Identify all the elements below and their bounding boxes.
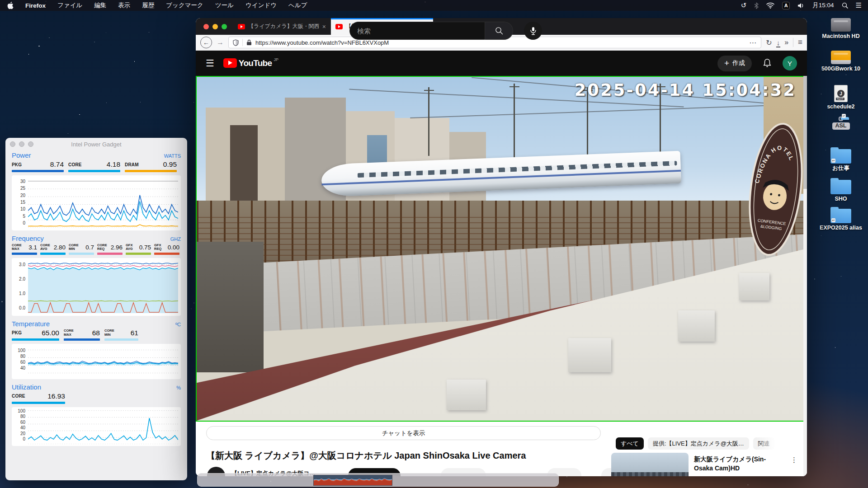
desktop-icon-label: schedule2 [827,103,854,111]
desktop-icon-macintosh-hd[interactable]: Macintosh HD [814,18,868,40]
frequency-chart: 3.02.01.00.0 [12,258,181,316]
desktop-icon-asl[interactable]: ↩ ASL [814,117,868,130]
temperature-section: Temperature ºC PKG65.00 COREMAX68 COREMI… [12,320,181,379]
search-button[interactable] [485,22,513,40]
live-camera-video[interactable]: CORONA HOTEL CONFERENCE &LODGING 2025-04… [196,76,807,422]
download-icon[interactable]: ↓ [777,39,780,47]
forward-button[interactable]: → [217,38,224,47]
stat-value: 0.95 [163,160,177,169]
youtube-country-badge: JP [274,57,278,62]
app-menu-icon[interactable]: ≡ [798,38,802,47]
underpass-shadow [197,242,264,372]
create-button[interactable]: + 作成 [717,56,752,71]
stat-underline [68,170,120,172]
recommendation-menu-icon[interactable]: ⋮ [791,456,797,464]
desktop-icon-schedule2[interactable]: J TEXT schedule2 [814,85,868,111]
show-chat-button[interactable]: チャットを表示 [206,426,601,440]
bluetooth-icon[interactable] [754,1,759,9]
search-input-box[interactable] [349,22,485,40]
menu-item-edit[interactable]: 編集 [94,1,106,9]
account-avatar[interactable]: Y [783,56,797,70]
menu-item-help[interactable]: ヘルプ [288,1,307,9]
desktop-icon-label: EXPO2025 alias [820,225,862,232]
overflow-menu-icon[interactable]: » [784,38,788,47]
wifi-icon[interactable] [766,1,774,9]
power-section: Power WATTS PKG8.74 CORE4.18 DRAM0.95 [12,151,181,230]
search-area [349,22,513,40]
stat-value: 0.75 [139,244,151,251]
lock-icon[interactable] [246,39,252,46]
volume-icon[interactable] [797,1,805,9]
stat-value: 2.80 [54,244,66,251]
back-button[interactable]: ← [200,37,212,48]
intel-power-gadget-window: Intel Power Gadget Power WATTS PKG8.74 C… [5,138,187,480]
plus-icon: + [724,58,729,68]
stat-underline [154,253,179,255]
page-scrollbar-thumb[interactable] [803,76,807,189]
recommendation-title[interactable]: 新大阪ライブカメラ(Sin-Osaka Cam)HD [694,455,783,473]
url-text[interactable]: https://www.youtube.com/watch?v=NFBL6XVX… [255,39,745,46]
rooftop-ac-unit [739,273,769,300]
section-title: Temperature [12,320,50,328]
control-center-icon[interactable]: ☰ [856,1,862,9]
show-chat-label: チャットを表示 [382,429,425,437]
stat-underline [125,170,177,172]
desktop-icon-sho[interactable]: SHO [814,180,868,203]
tab-close-icon[interactable]: × [322,23,326,30]
spotlight-search-icon[interactable] [842,1,848,9]
voice-search-button[interactable] [524,22,542,40]
minimized-window-chart[interactable] [313,475,392,486]
stat-underline [69,253,94,255]
reload-button[interactable]: ↻ [766,38,772,47]
chips-fade [756,437,783,450]
notifications-bell-icon[interactable] [763,58,772,68]
section-unit: ºC [175,322,181,327]
section-unit: WATTS [164,153,181,159]
menu-item-bookmarks[interactable]: ブックマーク [166,1,203,9]
search-input[interactable] [357,27,485,35]
tab-expo-livecam[interactable]: 【ライブカメラ】大阪・関西万博開幕 × [233,18,331,35]
document-logo: J [837,90,844,97]
create-label: 作成 [732,59,745,67]
youtube-favicon [238,24,245,29]
desktop-icon-expo2025[interactable]: ↩ EXPO2025 alias [814,209,868,232]
youtube-logo[interactable]: YouTube JP [223,58,278,68]
stat-gfx-avg: GFXAVG0.75 [126,244,151,255]
desktop-icon-oshigoto[interactable]: ↩ お仕事 [814,149,868,172]
stat-value: 8.74 [50,160,64,169]
rooftop-ac-unit [447,380,486,410]
document-icon: J TEXT [834,85,848,102]
menu-item-view[interactable]: 表示 [118,1,130,9]
menu-item-file[interactable]: ファイル [57,1,82,9]
external-drive-icon [831,51,851,64]
recommendation-thumbnail[interactable] [611,453,689,476]
stat-value: 0.00 [168,244,179,251]
minimize-window-button[interactable] [212,24,218,29]
input-source-icon[interactable]: A [782,2,790,9]
stat-label: GFXAVG [126,244,133,251]
stat-core-avg: COREAVG2.80 [40,244,66,255]
menu-item-history[interactable]: 履歴 [142,1,154,9]
menu-item-tools[interactable]: ツール [215,1,234,9]
guide-menu-icon[interactable]: ☰ [206,58,214,69]
selection-frame: ↩ [839,117,843,121]
video-title: 【新大阪 ライブカメラ】@大阪コロナホテル Japan ShinOsaka Li… [206,450,604,462]
desktop-icon-label: お仕事 [832,165,849,172]
stat-label: COREMIN [69,244,79,251]
menu-clock[interactable]: 月15:04 [812,1,834,9]
page-actions-icon[interactable]: ⋯ [749,38,757,47]
chip-all[interactable]: すべて [616,437,644,450]
close-window-button[interactable] [203,24,209,29]
dock[interactable] [197,473,559,487]
stat-underline [12,170,64,172]
alias-arrow-badge: ↩ [831,218,835,222]
chip-from-channel[interactable]: 提供:【LIVE】定点カメラ@大阪… [648,437,749,450]
menu-app-name[interactable]: Firefox [25,2,46,9]
zoom-window-button[interactable] [222,24,227,29]
desktop-icon-500gbwork[interactable]: 500GBwork 10 [814,51,868,73]
menu-item-window[interactable]: ウインドウ [245,1,277,9]
apple-menu-icon[interactable] [7,1,14,9]
shield-icon[interactable] [233,39,239,46]
time-machine-icon[interactable]: ↺ [741,1,747,9]
gadget-titlebar[interactable]: Intel Power Gadget [5,138,187,150]
